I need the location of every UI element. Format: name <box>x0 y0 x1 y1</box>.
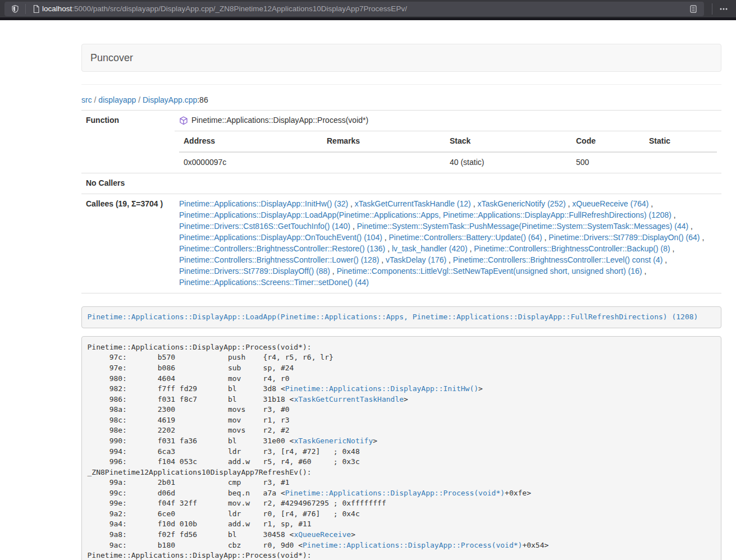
callee-separator: , <box>330 267 337 276</box>
breadcrumb-separator: / <box>94 95 97 104</box>
function-stats-row: Address Remarks Stack Code Static 0x0000… <box>81 131 721 173</box>
callee-separator: , <box>642 267 647 276</box>
function-stats-table: Address Remarks Stack Code Static 0x0000… <box>179 131 717 173</box>
function-row: Function Pinetime::Applications::Display… <box>81 111 721 131</box>
callee-separator: , <box>350 222 357 231</box>
url-bar[interactable]: localhost:5000/path/src/displayapp/Displ… <box>4 2 704 16</box>
url-text[interactable]: localhost:5000/path/src/displayapp/Displ… <box>42 4 687 13</box>
breadcrumb-link-displayapp[interactable]: displayapp <box>98 95 136 104</box>
code-value: 500 <box>572 152 644 173</box>
column-header-static: Static <box>644 131 717 152</box>
callee-link[interactable]: lv_task_handler (420) <box>392 244 468 253</box>
callee-separator: , <box>471 199 478 208</box>
callees-list: Pinetime::Applications::DisplayApp::Init… <box>175 194 721 293</box>
symbol-table: Function Pinetime::Applications::Display… <box>81 110 721 293</box>
column-header-remarks: Remarks <box>322 131 445 152</box>
callee-link[interactable]: Pinetime::Controllers::BrightnessControl… <box>474 244 670 253</box>
page-icon[interactable] <box>30 3 42 15</box>
function-row-label: Function <box>81 111 175 173</box>
callee-link[interactable]: Pinetime::Controllers::BrightnessControl… <box>453 255 662 264</box>
callee-separator: , <box>379 255 386 264</box>
asm-symbol-link[interactable]: Pinetime::Applications::DisplayApp::Proc… <box>303 541 522 549</box>
divider <box>81 84 721 85</box>
static-value <box>644 152 717 173</box>
callee-link[interactable]: Pinetime::Components::LittleVgl::SetNewT… <box>337 267 642 276</box>
callee-link[interactable]: Pinetime::Applications::DisplayApp::Init… <box>179 199 348 208</box>
callee-link[interactable]: Pinetime::System::SystemTask::PushMessag… <box>357 222 689 231</box>
callee-separator: , <box>662 255 667 264</box>
no-callers-label: No Callers <box>81 173 175 194</box>
callee-separator: , <box>648 199 653 208</box>
browser-toolbar: localhost:5000/path/src/displayapp/Displ… <box>0 0 736 20</box>
callee-separator: , <box>700 233 705 242</box>
callee-link[interactable]: vTaskDelay (176) <box>386 255 446 264</box>
callee-separator: , <box>671 210 676 219</box>
column-header-code: Code <box>572 131 644 152</box>
callee-separator: , <box>348 199 355 208</box>
asm-symbol-link[interactable]: xTaskGenericNotify <box>294 437 373 445</box>
callee-link[interactable]: Pinetime::Drivers::St7789::DisplayOn() (… <box>548 233 700 242</box>
breadcrumb-line-number: :86 <box>197 95 208 104</box>
callee-link[interactable]: Pinetime::Applications::DisplayApp::Load… <box>179 210 671 219</box>
breadcrumb-link-file[interactable]: DisplayApp.cpp <box>143 95 197 104</box>
app-navbar: Puncover <box>81 44 721 72</box>
callees-row: Callees (19, Σ=3704 ) Pinetime::Applicat… <box>81 194 721 293</box>
cube-icon <box>179 116 188 125</box>
callee-link[interactable]: Pinetime::Applications::DisplayApp::OnTo… <box>179 233 382 242</box>
reader-mode-icon[interactable] <box>687 3 700 15</box>
callee-separator: , <box>385 244 392 253</box>
remarks-value <box>322 152 445 173</box>
url-host: localhost <box>42 4 72 13</box>
highlighted-symbol-block: Pinetime::Applications::DisplayApp::Load… <box>81 306 721 329</box>
function-name: Pinetime::Applications::DisplayApp::Proc… <box>191 115 368 126</box>
callee-link[interactable]: xQueueReceive (764) <box>572 199 648 208</box>
callee-link[interactable]: Pinetime::Drivers::Cst816S::GetTouchInfo… <box>179 222 350 231</box>
kebab-menu-icon[interactable] <box>716 2 732 16</box>
shield-icon[interactable] <box>9 3 21 15</box>
callee-separator: , <box>670 244 675 253</box>
asm-symbol-link[interactable]: Pinetime::Applications::DisplayApp::Proc… <box>285 489 505 497</box>
callee-separator: , <box>468 244 474 253</box>
assembly-listing: Pinetime::Applications::DisplayApp::Proc… <box>81 336 721 560</box>
asm-symbol-link[interactable]: xQueueReceive <box>294 530 351 539</box>
callee-link[interactable]: Pinetime::Controllers::Battery::Update()… <box>389 233 542 242</box>
callee-separator: , <box>542 233 549 242</box>
table-row: 0x0000097c 40 (static) 500 <box>179 152 717 173</box>
highlighted-symbol-link[interactable]: Pinetime::Applications::DisplayApp::Load… <box>88 313 698 321</box>
column-header-address: Address <box>179 131 322 152</box>
callee-link[interactable]: Pinetime::Controllers::BrightnessControl… <box>179 244 385 253</box>
callee-separator: , <box>566 199 573 208</box>
callee-link[interactable]: xTaskGetCurrentTaskHandle (12) <box>355 199 471 208</box>
asm-symbol-link[interactable]: Pinetime::Applications::DisplayApp::Init… <box>285 384 478 393</box>
callee-separator: , <box>446 255 453 264</box>
breadcrumb-link-src[interactable]: src <box>81 95 92 104</box>
callee-link[interactable]: xTaskGenericNotify (252) <box>477 199 565 208</box>
callee-link[interactable]: Pinetime::Applications::Screens::Timer::… <box>179 278 369 287</box>
url-path: :5000/path/src/displayapp/DisplayApp.cpp… <box>72 4 407 13</box>
breadcrumb-separator: / <box>138 95 140 104</box>
address-value: 0x0000097c <box>179 152 322 173</box>
app-brand[interactable]: Puncover <box>82 44 141 71</box>
callee-link[interactable]: Pinetime::Controllers::BrightnessControl… <box>179 255 379 264</box>
callee-separator: , <box>688 222 693 231</box>
callee-link[interactable]: Pinetime::Drivers::St7789::DisplayOff() … <box>179 267 330 276</box>
callees-label: Callees (19, Σ=3704 ) <box>81 194 175 293</box>
breadcrumb: src / displayapp / DisplayApp.cpp:86 <box>81 95 721 104</box>
callee-separator: , <box>382 233 389 242</box>
toolbar-separator <box>712 3 712 15</box>
urlbar-separator <box>25 4 26 14</box>
column-header-stack: Stack <box>445 131 572 152</box>
page-container: Puncover src / displayapp / DisplayApp.c… <box>81 44 721 560</box>
asm-symbol-link[interactable]: xTaskGetCurrentTaskHandle <box>294 395 404 403</box>
no-callers-row: No Callers <box>81 173 721 194</box>
stack-value: 40 (static) <box>445 152 572 173</box>
